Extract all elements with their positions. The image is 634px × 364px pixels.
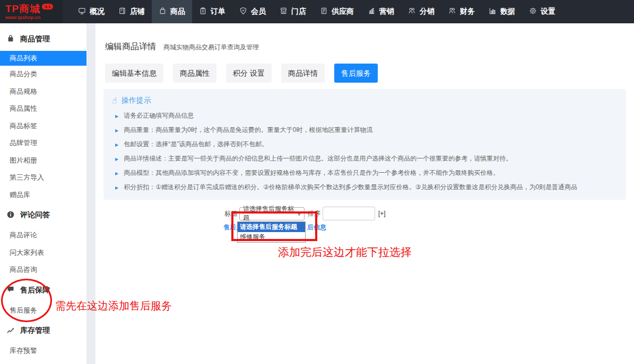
sidebar-item-album[interactable]: 图片相册 [0, 152, 86, 170]
nav-item-data[interactable]: 数据 [482, 0, 522, 23]
nav-item-settings[interactable]: 设置 [522, 0, 562, 23]
sidebar-item-label: 商品咨询 [10, 265, 37, 273]
tip-item: 请务必正确填写商品信息 [112, 112, 618, 120]
nav-item-label: 数据 [500, 7, 515, 16]
dashboard-icon [78, 7, 86, 16]
sidebar-item-goods-tag[interactable]: 商品标签 [0, 118, 86, 135]
nav-item-label: 订单 [211, 7, 225, 16]
tab-basic-info[interactable]: 编辑基本信息 [105, 64, 163, 83]
tab-points-settings[interactable]: 积分 设置 [226, 64, 272, 83]
sidebar-item-label: 商品分类 [10, 70, 37, 78]
nav-item-finance[interactable]: 财务 [441, 0, 482, 23]
section-header-label: 商品管理 [20, 34, 50, 44]
sidebar-item-label: 图片相册 [10, 156, 37, 164]
nav-menu: 概况 店铺 商品 订单 会员 门店 供应商 营销 [71, 0, 562, 23]
member-badge-icon [239, 7, 247, 16]
bullet-icon [115, 170, 118, 177]
tip-text: 请务必正确填写商品信息 [124, 112, 194, 119]
bullet-icon [115, 155, 118, 163]
tip-item: 包邮设置：选择“是”该商品包邮，选择否则不包邮。 [112, 141, 618, 148]
sidebar-item-brand[interactable]: 品牌管理 [0, 135, 86, 152]
tip-item: 商品模型：其他商品添加填写的内容不变，需要设置好规格价格与库存，本店售价只是作为… [112, 170, 618, 177]
tip-text: 商品模型：其他商品添加填写的内容不变，需要设置好规格价格与库存，本店售价只是作为… [124, 170, 499, 176]
annotation-sidebar-note: 需先在这边添加售后服务 [55, 299, 172, 313]
bullet-icon [115, 127, 118, 134]
nav-item-members[interactable]: 会员 [232, 0, 273, 23]
sort-input[interactable] [323, 207, 375, 220]
tip-text: 积分折扣：①赠送积分是订单完成后赠送的积分。②价格阶梯单次购买个数达到多少数量显… [124, 184, 577, 191]
nav-item-label: 分销 [420, 7, 435, 16]
shop-icon [118, 7, 126, 16]
page-title: 编辑商品详情 [105, 41, 156, 52]
nav-item-label: 供应商 [332, 7, 354, 16]
sidebar-item-goods-consult[interactable]: 商品咨询 [0, 261, 86, 279]
operation-tips-panel: 操作提示 请务必正确填写商品信息 商品重量：商品重量为0时，这个商品是免运费的。… [103, 89, 626, 200]
tip-item: 商品详情描述：主要是写一些关于商品的介绍信息和上传一些图片信息。这部分也是用户选… [112, 155, 618, 163]
nav-item-label: 概况 [90, 7, 105, 16]
supplier-list-icon [320, 7, 328, 16]
sidebar-item-label: 商品属性 [10, 104, 37, 112]
tip-item: 商品重量：商品重量为0时，这个商品是免运费的。重量大于0时，根据地区重量计算物流 [112, 127, 618, 134]
section-header-label: 库存管理 [20, 326, 50, 335]
tip-item: 积分折扣：①赠送积分是订单完成后赠送的积分。②价格阶梯单次购买个数达到多少数量显… [112, 184, 618, 191]
sidebar-item-third-party-import[interactable]: 第三方导入 [0, 169, 86, 187]
sidebar-item-label: 商品评论 [10, 231, 37, 239]
version-badge: 3.1 [42, 4, 53, 10]
people-icon [408, 7, 416, 16]
nav-item-marketing[interactable]: 营销 [361, 0, 401, 23]
nav-item-overview[interactable]: 概况 [71, 0, 111, 23]
bullet-icon [115, 184, 118, 191]
goods-bag-icon [6, 34, 15, 45]
hand-click-icon [112, 95, 117, 105]
nav-item-distribution[interactable]: 分销 [401, 0, 441, 23]
tip-text: 商品详情描述：主要是写一些关于商品的介绍信息和上传一些图片信息。这部分也是用户选… [124, 155, 512, 162]
sidebar-item-label: 商品规格 [10, 87, 37, 95]
tip-text: 商品重量：商品重量为0时，这个商品是免运费的。重量大于0时，根据地区重量计算物流 [124, 127, 372, 134]
info-icon [6, 210, 15, 220]
nav-item-label: 财务 [460, 7, 475, 16]
sidebar-section-goods: 商品管理 [0, 28, 86, 51]
sidebar-item-label: 第三方导入 [10, 173, 44, 181]
tips-header: 操作提示 [112, 95, 618, 105]
sidebar-item-gift-library[interactable]: 赠品库 [0, 187, 86, 204]
tab-aftersale-service[interactable]: 售后服务 [334, 64, 378, 83]
sidebar-item-label: 品牌管理 [10, 139, 37, 147]
tab-goods-detail[interactable]: 商品详情 [281, 64, 325, 83]
logo[interactable]: TP商城 3.1 www.tpshop.cn [0, 0, 63, 23]
sidebar-item-goods-attribute[interactable]: 商品属性 [0, 100, 86, 118]
nav-item-goods[interactable]: 商品 [152, 0, 192, 23]
top-navbar: TP商城 3.1 www.tpshop.cn 概况 店铺 商品 订单 会员 门店 [0, 0, 634, 23]
annotation-ellipse [1, 279, 52, 322]
sidebar-item-goods-spec[interactable]: 商品规格 [0, 83, 86, 101]
annotation-rectangle [231, 211, 317, 241]
sidebar-section-stock: 库存管理 [0, 319, 86, 342]
section-header-label: 评论问答 [20, 210, 50, 220]
logo-url: www.tpshop.cn [5, 15, 63, 20]
sidebar-item-stock-warning[interactable]: 库存预警 [0, 342, 86, 360]
nav-item-suppliers[interactable]: 供应商 [313, 0, 361, 23]
tab-goods-attribute[interactable]: 商品属性 [173, 64, 216, 83]
nav-item-label: 营销 [379, 7, 394, 16]
sidebar-item-label: 库存预警 [10, 347, 37, 354]
sidebar-item-goods-comments[interactable]: 商品评论 [0, 227, 86, 244]
nav-item-shop[interactable]: 店铺 [111, 0, 152, 23]
data-chart-icon [489, 7, 497, 16]
nav-item-label: 门店 [291, 7, 306, 16]
breadcrumb: 编辑商品详情 商城实物商品交易订单查询及管理 [95, 23, 634, 52]
add-row-button[interactable]: [+] [378, 210, 386, 217]
nav-item-label: 设置 [541, 7, 555, 16]
nav-item-orders[interactable]: 订单 [192, 0, 232, 23]
sidebar-item-goods-category[interactable]: 商品分类 [0, 66, 86, 83]
goods-bag-icon [159, 7, 167, 16]
sidebar-item-goods-list[interactable]: 商品列表 [0, 51, 86, 66]
nav-item-stores[interactable]: 门店 [273, 0, 313, 23]
tip-text: 包邮设置：选择“是”该商品包邮，选择否则不包邮。 [124, 141, 268, 148]
sidebar-item-ask-everyone[interactable]: 问大家列表 [0, 244, 86, 262]
finance-people-icon [448, 7, 456, 16]
order-clipboard-icon [199, 7, 207, 16]
tips-title: 操作提示 [121, 96, 151, 105]
sidebar-item-label: 问大家列表 [10, 248, 44, 256]
bullet-icon [115, 112, 118, 120]
nav-item-label: 商品 [170, 7, 185, 16]
main-content: 编辑商品详情 商城实物商品交易订单查询及管理 编辑基本信息 商品属性 积分 设置… [95, 23, 634, 364]
